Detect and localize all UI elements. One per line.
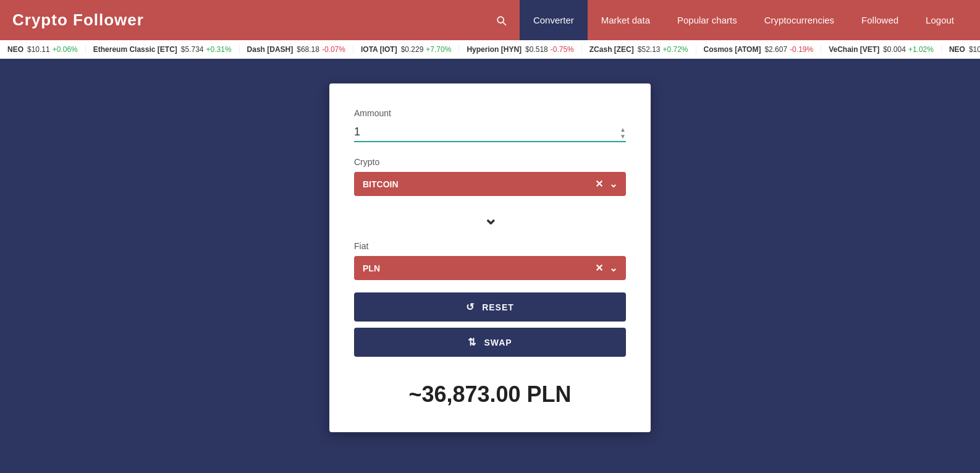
ticker-price: $2.607: [764, 45, 787, 54]
ticker-item: Cosmos [ATOM] $2.607 -0.19%: [696, 45, 822, 54]
crypto-chevron-icon[interactable]: ⌄: [609, 178, 617, 190]
ticker-price: $52.13: [638, 45, 661, 54]
amount-label: Ammount: [354, 108, 626, 118]
fiat-section: Fiat PLN ✕ ⌄: [354, 241, 626, 280]
amount-input[interactable]: [354, 123, 626, 142]
fiat-select[interactable]: PLN ✕ ⌄: [354, 256, 626, 280]
ticker-change: +0.06%: [53, 45, 78, 54]
swap-button[interactable]: ⇅ SWAP: [354, 328, 626, 357]
ticker-item: VeChain [VET] $0.004 +1.02%: [821, 45, 942, 54]
crypto-value: BITCOIN: [363, 179, 595, 189]
reset-label: RESET: [482, 302, 514, 312]
ticker-change: +0.72%: [662, 45, 688, 54]
nav-market-data[interactable]: Market data: [588, 0, 664, 40]
ticker-symbol: NEO: [949, 45, 965, 54]
logo: Crypto Follower: [12, 11, 144, 30]
ticker-symbol: Hyperion [HYN]: [467, 45, 522, 54]
reset-icon: ↺: [466, 301, 475, 313]
crypto-select[interactable]: BITCOIN ✕ ⌄: [354, 172, 626, 196]
ticker-price: $10.11: [969, 45, 980, 54]
crypto-clear-icon[interactable]: ✕: [595, 178, 603, 190]
ticker-item: NEO $10.11 +0.06%: [942, 45, 980, 54]
ticker-change: -0.07%: [322, 45, 345, 54]
ticker-change: +7.70%: [426, 45, 451, 54]
ticker-price: $10.11: [27, 45, 50, 54]
ticker-price: $0.518: [525, 45, 548, 54]
ticker-item: Ethereum Classic [ETC] $5.734 +0.31%: [86, 45, 240, 54]
fiat-chevron-icon[interactable]: ⌄: [609, 262, 617, 274]
ticker-bar: NEO $10.11 +0.06% Ethereum Classic [ETC]…: [0, 40, 980, 59]
converter-card: Ammount ▲ ▼ Crypto BITCOIN ✕ ⌄ ⌄: [329, 83, 651, 432]
fiat-clear-icon[interactable]: ✕: [595, 262, 603, 274]
ticker-item: IOTA [IOT] $0.229 +7.70%: [353, 45, 459, 54]
ticker-symbol: VeChain [VET]: [829, 45, 879, 54]
ticker-symbol: IOTA [IOT]: [361, 45, 397, 54]
ticker-change: +1.02%: [908, 45, 934, 54]
ticker-item: ZCash [ZEC] $52.13 +0.72%: [582, 45, 696, 54]
swap-icon: ⇅: [468, 336, 476, 348]
ticker-price: $0.004: [883, 45, 906, 54]
nav-converter[interactable]: Converter: [520, 0, 588, 40]
amount-spinner[interactable]: ▲ ▼: [620, 126, 626, 140]
ticker-symbol: Cosmos [ATOM]: [704, 45, 761, 54]
ticker-price: $68.18: [297, 45, 319, 54]
nav-popular-charts[interactable]: Popular charts: [664, 0, 751, 40]
swap-label: SWAP: [484, 338, 512, 347]
nav-followed[interactable]: Followed: [848, 0, 912, 40]
reset-button[interactable]: ↺ RESET: [354, 292, 626, 322]
ticker-price: $5.734: [181, 45, 204, 54]
ticker-symbol: Dash [DASH]: [247, 45, 294, 54]
crypto-label: Crypto: [354, 157, 626, 167]
fiat-select-controls: ✕ ⌄: [595, 262, 617, 274]
crypto-section: Crypto BITCOIN ✕ ⌄: [354, 157, 626, 196]
main-nav: Converter Market data Popular charts Cry…: [520, 0, 968, 40]
search-button[interactable]: [495, 14, 507, 27]
nav-logout[interactable]: Logout: [912, 0, 968, 40]
crypto-select-controls: ✕ ⌄: [595, 178, 617, 190]
main-content: Ammount ▲ ▼ Crypto BITCOIN ✕ ⌄ ⌄: [0, 59, 980, 473]
ticker-change: -0.75%: [551, 45, 574, 54]
ticker-item: NEO $10.11 +0.06%: [0, 45, 86, 54]
nav-cryptocurrencies[interactable]: Cryptocurrencies: [751, 0, 848, 40]
ticker-change: -0.19%: [790, 45, 813, 54]
ticker-item: Dash [DASH] $68.18 -0.07%: [240, 45, 353, 54]
fiat-value: PLN: [363, 263, 595, 273]
ticker-price: $0.229: [401, 45, 424, 54]
ticker-symbol: ZCash [ZEC]: [589, 45, 634, 54]
ticker-symbol: NEO: [7, 45, 23, 54]
button-row: ↺ RESET ⇅ SWAP: [354, 292, 626, 357]
header: Crypto Follower Converter Market data Po…: [0, 0, 980, 40]
amount-wrapper: ▲ ▼: [354, 123, 626, 142]
conversion-result: ~36,873.00 PLN: [354, 375, 626, 407]
swap-chevron-icon: ⌄: [354, 208, 626, 229]
ticker-item: Hyperion [HYN] $0.518 -0.75%: [459, 45, 581, 54]
fiat-label: Fiat: [354, 241, 626, 251]
ticker-symbol: Ethereum Classic [ETC]: [93, 45, 177, 54]
amount-section: Ammount ▲ ▼: [354, 108, 626, 142]
ticker-change: +0.31%: [206, 45, 232, 54]
ticker-inner: NEO $10.11 +0.06% Ethereum Classic [ETC]…: [0, 45, 980, 54]
